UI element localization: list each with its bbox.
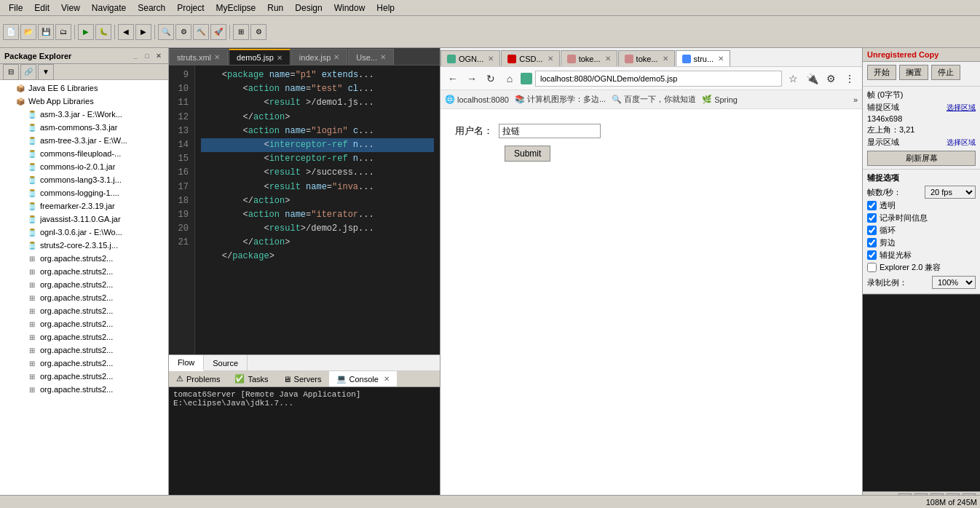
- bookmark-localhost[interactable]: 🌐 localhost:8080: [445, 95, 509, 104]
- browser-tab-csd[interactable]: CSD... ✕: [501, 50, 559, 66]
- code-editor[interactable]: 9 10 11 12 13 14 15 16 17 18 19 20 21: [169, 66, 440, 354]
- tree-commons-logging[interactable]: 🫙 commons-logging-1....: [0, 186, 168, 199]
- perspective-btn[interactable]: ⊞: [233, 24, 249, 40]
- close-console-btn[interactable]: ✕: [384, 375, 390, 383]
- username-input[interactable]: [499, 124, 601, 138]
- tab-source[interactable]: Source: [204, 355, 248, 370]
- tree-ognl[interactable]: 🫙 ognl-3.0.6.jar - E:\Wo...: [0, 226, 168, 239]
- address-bar[interactable]: [535, 71, 782, 87]
- maximize-panel-btn[interactable]: □: [142, 51, 152, 61]
- browser-back-btn[interactable]: ←: [445, 71, 461, 87]
- tree-javassist[interactable]: 🫙 javassist-3.11.0.GA.jar: [0, 213, 168, 226]
- save-all-btn[interactable]: 🗂: [55, 24, 71, 40]
- open-btn[interactable]: 📂: [20, 24, 36, 40]
- forward-btn[interactable]: ▶: [135, 24, 151, 40]
- timestamp-checkbox[interactable]: [867, 213, 877, 223]
- close-panel-btn[interactable]: ✕: [154, 51, 164, 61]
- refresh-screen-btn[interactable]: 刷新屏幕: [867, 151, 976, 166]
- tree-struts-pkg-11[interactable]: ⊞ org.apache.struts2...: [0, 383, 168, 396]
- bookmark-graphics[interactable]: 📚 计算机图形学：多边...: [515, 94, 606, 105]
- browser-tab-ognl[interactable]: OGN... ✕: [440, 50, 500, 66]
- menu-help[interactable]: Help: [371, 1, 400, 15]
- cursor-checkbox[interactable]: [867, 250, 877, 260]
- menu-run[interactable]: Run: [261, 1, 289, 15]
- clip-checkbox[interactable]: [867, 238, 877, 247]
- tab-index-jsp[interactable]: index.jsp ✕: [291, 49, 347, 65]
- menu-search[interactable]: Search: [132, 1, 171, 15]
- tree-struts-pkg-7[interactable]: ⊞ org.apache.struts2...: [0, 330, 168, 344]
- start-button[interactable]: 开始: [867, 65, 896, 80]
- explorer-compat-checkbox[interactable]: [867, 263, 877, 272]
- tree-struts-pkg-5[interactable]: ⊞ org.apache.struts2...: [0, 304, 168, 317]
- tree-struts-pkg-9[interactable]: ⊞ org.apache.struts2...: [0, 357, 168, 370]
- settings-btn[interactable]: ⚙: [250, 24, 266, 40]
- tree-struts2-core[interactable]: 🫙 struts2-core-2.3.15.j...: [0, 239, 168, 252]
- tab-struts-xml[interactable]: struts.xml ✕: [169, 49, 228, 65]
- browser-forward-btn[interactable]: →: [464, 71, 480, 87]
- tree-struts-pkg-10[interactable]: ⊞ org.apache.struts2...: [0, 370, 168, 383]
- tab-servers[interactable]: 🖥 Servers: [276, 371, 329, 386]
- search-btn[interactable]: 🔍: [158, 24, 174, 40]
- bookmark-spring[interactable]: 🌿 Spring: [702, 95, 738, 104]
- tab-flow[interactable]: Flow: [169, 355, 204, 371]
- close-demo5-jsp-btn[interactable]: ✕: [277, 54, 282, 62]
- browser-tab-toke2[interactable]: toke... ✕: [618, 50, 675, 66]
- close-tab-csd-btn[interactable]: ✕: [548, 55, 553, 63]
- refactor-btn[interactable]: ⚙: [175, 24, 191, 40]
- minimize-panel-btn[interactable]: _: [130, 51, 141, 61]
- tree-asm-commons[interactable]: 🫙 asm-commons-3.3.jar: [0, 121, 168, 134]
- scale-select[interactable]: 100% 75% 50%: [932, 276, 976, 289]
- tree-commons-io[interactable]: 🫙 commons-io-2.0.1.jar: [0, 160, 168, 173]
- deploy-btn[interactable]: 🚀: [210, 24, 226, 40]
- close-tab-toke1-btn[interactable]: ✕: [605, 55, 611, 63]
- code-content[interactable]: <package name="p1" extends... <action na…: [195, 66, 440, 354]
- stop-button[interactable]: 停止: [931, 65, 960, 80]
- menu-file[interactable]: File: [3, 1, 28, 15]
- menu-myeclipse[interactable]: MyEclipse: [210, 1, 262, 15]
- explorer-menu-btn[interactable]: ▼: [38, 64, 54, 80]
- select-area-btn[interactable]: 选择区域: [947, 103, 976, 113]
- save-btn[interactable]: 💾: [38, 24, 54, 40]
- tree-struts-pkg-4[interactable]: ⊞ org.apache.struts2...: [0, 291, 168, 304]
- tree-freemarker[interactable]: 🫙 freemarker-2.3.19.jar: [0, 199, 168, 213]
- close-tab-ognl-btn[interactable]: ✕: [488, 55, 494, 63]
- collapse-all-btn[interactable]: ⊟: [3, 64, 19, 80]
- tree-commons-lang[interactable]: 🫙 commons-lang3-3.1.j...: [0, 173, 168, 186]
- fps-select[interactable]: 20 fps 10 fps 30 fps: [925, 186, 976, 199]
- tree-commons-fileupload[interactable]: 🫙 commons-fileupload-...: [0, 147, 168, 160]
- menu-view[interactable]: View: [55, 1, 86, 15]
- menu-window[interactable]: Window: [328, 1, 371, 15]
- close-use-btn[interactable]: ✕: [380, 53, 386, 61]
- tab-use[interactable]: Use... ✕: [348, 49, 394, 65]
- tree-struts-pkg-3[interactable]: ⊞ org.apache.struts2...: [0, 278, 168, 291]
- tree-struts-pkg-8[interactable]: ⊞ org.apache.struts2...: [0, 344, 168, 357]
- bookmark-more[interactable]: »: [853, 95, 858, 104]
- tree-asm-jar[interactable]: 🫙 asm-3.3.jar - E:\Work...: [0, 108, 168, 121]
- link-with-editor-btn[interactable]: 🔗: [20, 64, 36, 80]
- browser-tab-stru[interactable]: stru... ✕: [676, 50, 731, 66]
- tree-struts-pkg-6[interactable]: ⊞ org.apache.struts2...: [0, 317, 168, 330]
- browser-star-btn[interactable]: ☆: [785, 71, 801, 87]
- bookmark-baidu[interactable]: 🔍 百度一下，你就知道: [612, 94, 696, 105]
- tab-demo5-jsp[interactable]: demo5.jsp ✕: [229, 49, 291, 65]
- submit-button[interactable]: Submit: [505, 146, 550, 162]
- browser-refresh-btn[interactable]: ↻: [483, 71, 499, 87]
- menu-edit[interactable]: Edit: [28, 1, 55, 15]
- run-btn[interactable]: ▶: [78, 24, 94, 40]
- close-index-jsp-btn[interactable]: ✕: [333, 53, 339, 61]
- tree-struts-pkg-2[interactable]: ⊞ org.apache.struts2...: [0, 265, 168, 278]
- tree-java-ee-libraries[interactable]: 📦 Java EE 6 Libraries: [0, 82, 168, 95]
- menu-navigate[interactable]: Navigate: [86, 1, 132, 15]
- menu-project[interactable]: Project: [171, 1, 210, 15]
- browser-menu-btn[interactable]: ⋮: [842, 71, 858, 87]
- new-btn[interactable]: 📄: [3, 24, 19, 40]
- build-btn[interactable]: 🔨: [193, 24, 209, 40]
- close-tab-stru-btn[interactable]: ✕: [718, 55, 724, 63]
- browser-home-btn[interactable]: ⌂: [502, 71, 518, 87]
- browser-ext1-btn[interactable]: 🔌: [804, 71, 820, 87]
- tab-problems[interactable]: ⚠ Problems: [169, 371, 227, 386]
- menu-design[interactable]: Design: [289, 1, 328, 15]
- tree-web-app-libraries[interactable]: 📦 Web App Libraries: [0, 95, 168, 108]
- browser-tab-toke1[interactable]: toke... ✕: [561, 50, 617, 66]
- back-btn[interactable]: ◀: [118, 24, 134, 40]
